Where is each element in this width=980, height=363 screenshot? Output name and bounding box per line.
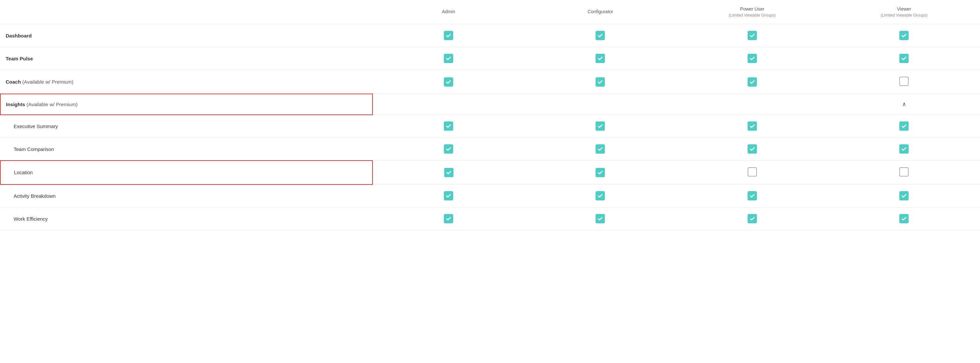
feature-label-cell: Activity Breakdown [0,184,372,208]
checkbox-checked [595,144,605,154]
checkbox-checked [444,144,453,154]
configurator-cell [525,208,676,230]
feature-label-cell: Location [0,161,372,184]
checkbox-checked [444,191,453,200]
checkbox-checked [748,31,757,40]
viewer-cell: ∧ [828,94,980,115]
row-label: Executive Summary [14,124,58,129]
checkbox-checked [899,54,908,63]
feature-label-cell: Dashboard [0,24,372,47]
feature-label-cell: Executive Summary [0,115,372,138]
sub-row-label: Team Comparison [6,146,367,152]
viewer-cell [828,161,980,184]
checkbox-unchecked [748,167,757,176]
table-row-dashboard: Dashboard [0,24,980,47]
checkbox-checked [899,144,908,154]
checkbox-checked [748,121,757,131]
row-label: Location [14,170,33,175]
row-label: Team Comparison [14,146,54,152]
col-header-configurator: Configurator [525,0,676,24]
checkbox-checked [595,191,605,200]
row-label: Insights [6,101,25,107]
table-row-executive-summary: Executive Summary [0,115,980,138]
feature-label-cell: Insights (Available w/ Premium) [0,94,372,115]
checkbox-checked [748,144,757,154]
table-row-work-efficiency: Work Efficiency [0,208,980,230]
table-row-location: Location [0,161,980,184]
checkbox-checked [444,54,453,63]
checkbox-checked [595,121,605,131]
checkbox-checked [899,191,908,200]
power-user-cell [676,161,828,184]
checkbox-checked [444,121,453,131]
configurator-cell [525,161,676,184]
checkbox-checked [748,54,757,63]
admin-cell [372,94,524,115]
configurator-cell [525,70,676,94]
checkbox-checked [595,168,605,177]
feature-label-cell: Coach (Available w/ Premium) [0,70,372,94]
configurator-cell [525,138,676,161]
viewer-cell [828,115,980,138]
col-header-power-user: Power User (Limited Viewable Groups) [676,0,828,24]
admin-cell [372,115,524,138]
feature-label-cell: Team Pulse [0,47,372,70]
table-row-team-comparison: Team Comparison [0,138,980,161]
sub-row-label: Location [6,170,367,175]
sub-row-label: Executive Summary [6,124,367,129]
table-row-team-pulse: Team Pulse [0,47,980,70]
viewer-cell [828,24,980,47]
table-header-row: Admin Configurator Power User (Limited V… [0,0,980,24]
checkbox-checked [595,214,605,223]
col-header-feature [0,0,372,24]
configurator-cell [525,47,676,70]
feature-label-cell: Work Efficiency [0,208,372,230]
col-header-admin: Admin [372,0,524,24]
row-label: Activity Breakdown [14,193,56,199]
power-user-cell [676,184,828,208]
permissions-table-container: Admin Configurator Power User (Limited V… [0,0,980,230]
admin-cell [372,208,524,230]
table-row-insights: Insights (Available w/ Premium) ∧ [0,94,980,115]
collapse-toggle[interactable]: ∧ [902,101,906,108]
feature-label-cell: Team Comparison [0,138,372,161]
power-user-cell [676,208,828,230]
configurator-cell [525,184,676,208]
row-label: Dashboard [6,33,32,38]
admin-cell [372,70,524,94]
checkbox-checked [899,31,908,40]
power-user-cell [676,138,828,161]
admin-cell [372,138,524,161]
checkbox-checked [444,77,453,87]
checkbox-unchecked [899,77,908,86]
table-row-activity-breakdown: Activity Breakdown [0,184,980,208]
admin-cell [372,47,524,70]
permissions-table: Admin Configurator Power User (Limited V… [0,0,980,230]
configurator-cell [525,94,676,115]
viewer-cell [828,70,980,94]
checkbox-checked [748,77,757,87]
power-user-cell [676,70,828,94]
viewer-cell [828,184,980,208]
admin-cell [372,24,524,47]
checkbox-checked [899,214,908,223]
row-label: Team Pulse [6,56,33,61]
admin-cell [372,161,524,184]
admin-cell [372,184,524,208]
sub-row-label: Work Efficiency [6,216,367,222]
checkbox-checked [444,168,453,177]
checkbox-checked [899,121,908,131]
viewer-cell [828,138,980,161]
premium-label: (Available w/ Premium) [22,79,73,85]
power-user-cell [676,115,828,138]
viewer-cell [828,208,980,230]
viewer-cell [828,47,980,70]
sub-row-label: Activity Breakdown [6,193,367,199]
power-user-cell [676,24,828,47]
checkbox-checked [444,214,453,223]
checkbox-checked [595,77,605,87]
checkbox-checked [595,54,605,63]
checkbox-unchecked [899,167,908,176]
row-label: Coach [6,79,21,85]
premium-label: (Available w/ Premium) [27,101,78,107]
